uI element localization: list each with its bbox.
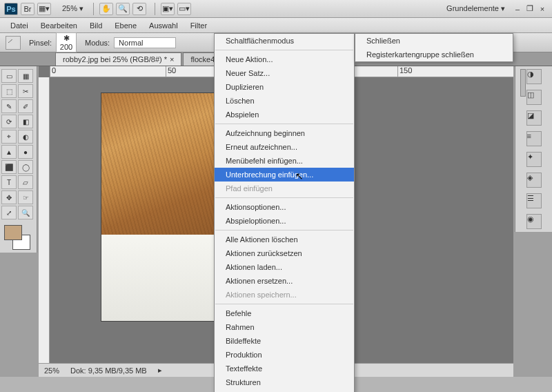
menu-item[interactable]: Aktionsoptionen...	[215, 200, 354, 214]
menu-datei[interactable]: Datei	[4, 19, 34, 32]
tool-18[interactable]: ⤢	[1, 206, 17, 219]
menu-item: Pfad einfügen	[215, 182, 354, 195]
tool-14[interactable]: T	[1, 175, 17, 189]
menu-item[interactable]: Löschen	[215, 94, 354, 108]
tool-10[interactable]: ▲	[1, 145, 17, 159]
workspace-dropdown[interactable]: Grundelemente ▾	[441, 3, 511, 14]
tool-15[interactable]: ▱	[18, 175, 33, 189]
menu-item[interactable]: Neuer Satz...	[215, 66, 354, 80]
ps-logo-icon[interactable]: Ps	[4, 3, 18, 15]
menu-bild[interactable]: Bild	[83, 19, 108, 32]
brush-size-field[interactable]: ✱200	[56, 32, 77, 52]
status-zoom[interactable]: 25%	[44, 366, 59, 375]
tool-0[interactable]: ▭	[1, 69, 17, 83]
ruler-vertical	[39, 77, 50, 363]
tool-2[interactable]: ⬚	[1, 84, 17, 98]
menu-item[interactable]: Duplizieren	[215, 80, 354, 94]
film-icon[interactable]: ▦▾	[37, 3, 51, 15]
menu-ebene[interactable]: Ebene	[108, 19, 143, 32]
menu-item[interactable]: Aufzeichnung beginnen	[215, 126, 354, 140]
tool-5[interactable]: ✐	[18, 99, 33, 113]
menu-item: Aktionen speichern...	[215, 288, 354, 302]
zoom-dropdown[interactable]: 25% ▾	[58, 3, 88, 14]
hand-tool-icon[interactable]: ✋	[99, 3, 113, 15]
panel-icon-3[interactable]: ≡	[526, 131, 542, 146]
menu-item[interactable]: Menübefehl einfügen...	[215, 154, 354, 168]
menu-separator	[215, 304, 353, 304]
window-close[interactable]: ×	[537, 5, 548, 13]
menu-item[interactable]: Aktionen laden...	[215, 260, 354, 274]
panel-icon-0[interactable]: ◑	[526, 69, 542, 84]
menu-item[interactable]: Erneut aufzeichnen...	[215, 140, 354, 154]
panel-icon-7[interactable]: ◉	[526, 214, 542, 229]
menu-item[interactable]: Videoaktionen	[215, 389, 354, 392]
tab-label: robby2.jpg bei 25% (RGB/8#) *	[63, 55, 167, 63]
mode-dropdown[interactable]: Normal	[114, 37, 176, 48]
tool-16[interactable]: ✥	[1, 190, 17, 204]
tab-label: flocke4	[190, 55, 215, 63]
arrange-icon[interactable]: ▣▾	[161, 3, 175, 15]
menu-item[interactable]: Schließen	[355, 34, 513, 48]
panel-icon-4[interactable]: ✦	[526, 152, 542, 167]
menu-bearbeiten[interactable]: Bearbeiten	[34, 19, 83, 32]
mode-label: Modus:	[85, 39, 110, 47]
separator	[93, 3, 94, 15]
tool-1[interactable]: ▦	[18, 69, 33, 83]
tab-context-menu: SchließenRegisterkartengruppe schließen	[355, 33, 513, 62]
app-topbar: Ps Br ▦▾ 25% ▾ ✋ 🔍 ⟲ ▣▾ ▭▾ Grundelemente…	[0, 0, 552, 18]
tool-8[interactable]: ⌖	[1, 130, 17, 144]
panel-icon-1[interactable]: ◫	[526, 90, 542, 105]
panel-dock: ◑◫◪≡✦◈☰◉	[515, 66, 552, 232]
tool-3[interactable]: ✂	[18, 84, 33, 98]
rotate-view-icon[interactable]: ⟲	[132, 3, 146, 15]
menu-item[interactable]: Alle Aktionen löschen	[215, 233, 354, 246]
menu-item[interactable]: Befehle	[215, 306, 354, 320]
menu-item[interactable]: Registerkartengruppe schließen	[355, 48, 513, 61]
menu-item[interactable]: Strukturen	[215, 375, 354, 389]
panel-icon-6[interactable]: ☰	[526, 193, 542, 208]
menu-item[interactable]: Abspielen	[215, 108, 354, 121]
status-doc-size[interactable]: Dok: 9,35 MB/9,35 MB	[70, 366, 147, 375]
separator	[155, 3, 155, 15]
tool-7[interactable]: ◧	[18, 115, 33, 128]
close-icon[interactable]: ×	[170, 55, 174, 63]
color-swatch[interactable]	[1, 225, 33, 250]
menu-separator	[215, 50, 353, 50]
menu-item[interactable]: Schaltflächenmodus	[215, 34, 354, 48]
cursor-icon: ↖	[295, 170, 304, 182]
screen-mode-icon[interactable]: ▭▾	[177, 3, 191, 15]
actions-panel-menu: SchaltflächenmodusNeue Aktion...Neuer Sa…	[214, 33, 355, 392]
menu-separator	[215, 124, 353, 124]
tool-17[interactable]: ☞	[18, 190, 33, 204]
menu-item[interactable]: Texteffekte	[215, 362, 354, 375]
menu-item[interactable]: Abspieloptionen...	[215, 214, 354, 228]
collapsed-panel[interactable]	[520, 69, 526, 97]
panel-icon-5[interactable]: ◈	[526, 173, 542, 188]
menu-item[interactable]: Rahmen	[215, 320, 354, 334]
tool-13[interactable]: ◯	[18, 160, 33, 174]
menu-item[interactable]: Produktion	[215, 348, 354, 362]
status-arrow-icon[interactable]: ▸	[158, 366, 162, 375]
tool-12[interactable]: ⬛	[1, 160, 17, 174]
window-restore[interactable]: ❐	[524, 4, 535, 13]
tool-11[interactable]: ●	[18, 145, 33, 159]
menu-item[interactable]: Neue Aktion...	[215, 52, 354, 66]
bridge-icon[interactable]: Br	[21, 3, 34, 15]
brush-label: Pinsel:	[29, 39, 52, 47]
zoom-tool-icon[interactable]: 🔍	[116, 3, 130, 15]
menu-item[interactable]: Bildeffekte	[215, 334, 354, 348]
tool-preset-icon[interactable]: ⟋	[6, 36, 21, 50]
tab-robby2[interactable]: robby2.jpg bei 25% (RGB/8#) * ×	[55, 52, 181, 66]
menu-auswahl[interactable]: Auswahl	[143, 19, 184, 32]
panel-icon-2[interactable]: ◪	[526, 110, 542, 126]
menu-filter[interactable]: Filter	[184, 19, 213, 32]
tool-6[interactable]: ⟳	[1, 115, 17, 128]
window-minimize[interactable]: –	[512, 5, 523, 13]
menu-item[interactable]: Unterbrechung einfügen...	[215, 168, 354, 182]
menu-item[interactable]: Aktionen zurücksetzen	[215, 246, 354, 260]
menu-item[interactable]: Aktionen ersetzen...	[215, 274, 354, 288]
tool-19[interactable]: 🔍	[18, 206, 33, 219]
toolbox: ▭▦⬚✂✎✐⟳◧⌖◐▲●⬛◯T▱✥☞⤢🔍	[0, 66, 37, 253]
tool-4[interactable]: ✎	[1, 99, 17, 113]
tool-9[interactable]: ◐	[18, 130, 33, 144]
